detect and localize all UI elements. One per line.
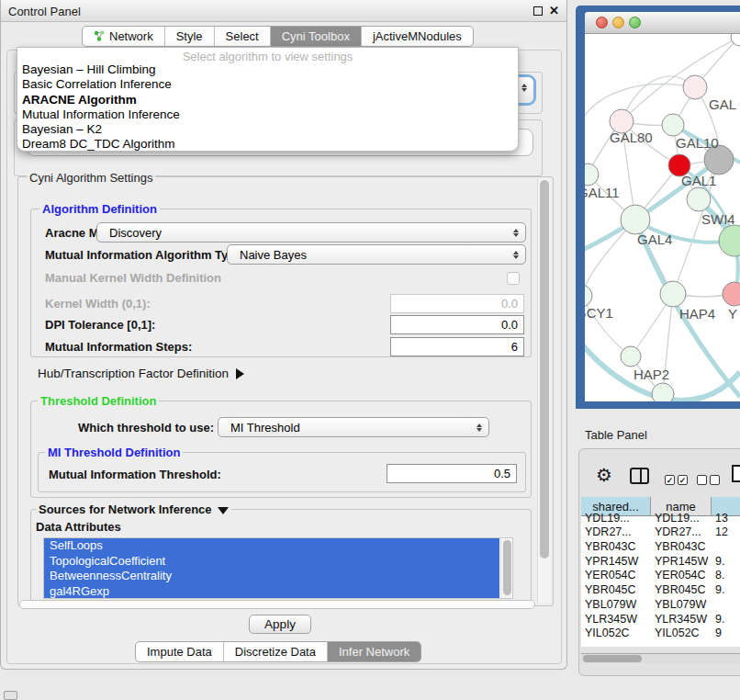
node-label: HAP4 — [679, 306, 715, 322]
which-threshold-value: MI Threshold — [219, 421, 477, 435]
algorithm-option-selected[interactable]: ARACNE Algorithm — [17, 93, 518, 107]
tab-style[interactable]: Style — [164, 27, 214, 46]
table-row[interactable]: YER054CYER054C8. — [581, 569, 740, 583]
zoom-traffic-light[interactable] — [629, 17, 641, 28]
list-item[interactable]: BetweennessCentrality — [44, 569, 499, 584]
table-panel: ⚙ ✓✓ shared... name YDL19...YDL19...13 Y… — [578, 448, 740, 676]
list-item[interactable]: TopologicalCoefficient — [44, 554, 499, 570]
network-graph: GAL GAL80 GAL10 GAL1 GAL11 SWI4 GAL4 GCY… — [585, 34, 740, 401]
node-label: GAL4 — [637, 231, 672, 247]
split-columns-icon[interactable] — [630, 468, 649, 484]
hub-definition-expander[interactable]: Hub/Transcription Factor Definition — [38, 367, 244, 380]
algorithm-option[interactable]: Bayesian – K2 — [17, 122, 518, 137]
network-view-window: GAL GAL80 GAL10 GAL1 GAL11 SWI4 GAL4 GCY… — [576, 6, 740, 409]
network-window-titlebar — [585, 12, 740, 34]
network-canvas[interactable]: GAL GAL80 GAL10 GAL1 GAL11 SWI4 GAL4 GCY… — [585, 34, 740, 401]
tab-network[interactable]: Network — [83, 27, 164, 46]
network-icon — [94, 30, 106, 42]
attributes-scrollbar-thumb[interactable] — [503, 540, 511, 595]
hub-definition-label: Hub/Transcription Factor Definition — [38, 367, 229, 380]
sources-title-label: Sources for Network Inference — [39, 502, 212, 516]
aracne-mode-select[interactable]: Discovery — [96, 222, 526, 243]
dpi-tolerance-field[interactable] — [390, 315, 524, 334]
kernel-width-field-wrap — [390, 294, 524, 313]
mi-threshold-label: Mutual Information Threshold: — [49, 468, 221, 481]
close-traffic-light[interactable] — [596, 17, 608, 28]
manual-kernel-checkbox[interactable] — [507, 272, 520, 285]
stepper-icon — [513, 251, 519, 259]
table-row[interactable]: YBR045CYBR045C9. — [581, 583, 740, 598]
kernel-width-field[interactable] — [390, 294, 524, 313]
tab-discretize-data-label: Discretize Data — [235, 642, 316, 661]
node-table[interactable]: shared... name YDL19...YDL19...13 YDR27.… — [581, 497, 740, 647]
node-salmon[interactable] — [723, 282, 740, 306]
tab-cyni-toolbox[interactable]: Cyni Toolbox — [270, 27, 361, 46]
data-attributes-label: Data Attributes — [36, 520, 121, 534]
gear-icon[interactable]: ⚙ — [596, 466, 612, 484]
tab-select[interactable]: Select — [214, 27, 270, 46]
table-row[interactable]: YPR145WYPR145W9. — [581, 555, 740, 570]
node-gcy1[interactable] — [585, 285, 592, 307]
table-row[interactable]: YDL19...YDL19...13 — [581, 512, 740, 526]
node-hap2[interactable] — [621, 346, 641, 367]
algorithm-option[interactable]: Basic Correlation Inference — [17, 77, 518, 92]
which-threshold-select[interactable]: MI Threshold — [218, 417, 489, 437]
settings-horizontal-scrollbar[interactable] — [19, 600, 535, 609]
float-window-icon[interactable] — [533, 6, 543, 16]
apply-button[interactable]: Apply — [249, 615, 311, 634]
tab-infer-network[interactable]: Infer Network — [327, 642, 420, 661]
node-pink[interactable] — [683, 75, 707, 99]
list-item[interactable]: SelfLoops — [44, 538, 499, 554]
panel-title: Control Panel — [8, 5, 81, 18]
tab-impute-data-label: Impute Data — [147, 642, 212, 661]
node-hap4[interactable] — [660, 281, 686, 307]
which-threshold-label: Which threshold to use: — [78, 421, 214, 435]
table-horizontal-scrollbar[interactable] — [581, 653, 740, 663]
algorithm-option[interactable]: Dream8 DC_TDC Algorithm — [17, 137, 518, 152]
algorithm-definition-title: Algorithm Definition — [39, 202, 160, 216]
node-bright-green[interactable] — [719, 225, 740, 256]
mi-steps-label: Mutual Information Steps: — [45, 340, 192, 354]
node-label: Y — [728, 306, 737, 322]
stepper-icon — [513, 229, 519, 237]
minimize-traffic-light[interactable] — [612, 17, 624, 28]
node-gal4[interactable] — [621, 205, 650, 234]
algorithm-option[interactable]: Bayesian – Hill Climbing — [17, 62, 518, 77]
list-item[interactable]: gal4RGexp — [44, 584, 499, 600]
table-row[interactable]: YLR345WYLR345W9. — [581, 613, 740, 627]
table-row[interactable]: YBL079WYBL079W — [581, 598, 740, 613]
node-swi4[interactable] — [687, 187, 711, 211]
mi-steps-field[interactable] — [390, 337, 524, 356]
table-row[interactable]: YBR043CYBR043C — [581, 540, 740, 555]
node-bottom-partial[interactable] — [652, 383, 674, 401]
document-icon[interactable] — [732, 465, 740, 482]
table-row[interactable]: YDR27...YDR27...12 — [581, 525, 740, 540]
algorithm-option[interactable]: Mutual Information Inference — [17, 107, 518, 122]
settings-scrollbar[interactable] — [537, 178, 551, 603]
select-none-icon[interactable] — [697, 470, 723, 487]
close-icon[interactable]: ✕ — [549, 4, 559, 17]
tab-jactivemnodules[interactable]: jActiveMNodules — [361, 27, 473, 46]
table-scrollbar-thumb[interactable] — [583, 655, 642, 662]
collapsed-panel-button[interactable] — [4, 691, 17, 700]
sources-group-title[interactable]: Sources for Network Inference — [36, 502, 231, 516]
data-attributes-list: SelfLoops TopologicalCoefficient Between… — [43, 537, 513, 599]
settings-scrollbar-thumb[interactable] — [540, 180, 549, 559]
mi-threshold-field[interactable] — [387, 464, 517, 483]
node-gal11[interactable] — [585, 164, 599, 186]
node-label: SWI4 — [701, 211, 735, 227]
table-panel-title: Table Panel — [585, 428, 647, 442]
tab-select-label: Select — [226, 27, 259, 46]
table-row[interactable]: YIL052CYIL052C9 — [581, 627, 740, 641]
tab-impute-data[interactable]: Impute Data — [136, 642, 223, 661]
attributes-scrollbar[interactable] — [500, 539, 511, 598]
control-panel-window: Control Panel ✕ Network Style Select Cyn… — [0, 0, 567, 670]
mi-type-select[interactable]: Naive Bayes — [227, 244, 526, 265]
tab-discretize-data[interactable]: Discretize Data — [223, 642, 327, 661]
node-label: GAL11 — [585, 185, 620, 200]
select-all-icon[interactable]: ✓✓ — [665, 470, 690, 487]
tab-style-label: Style — [176, 27, 203, 46]
control-panel-titlebar: Control Panel ✕ — [1, 0, 566, 22]
node-label: GAL — [709, 96, 736, 112]
node-gal10[interactable] — [662, 114, 684, 136]
